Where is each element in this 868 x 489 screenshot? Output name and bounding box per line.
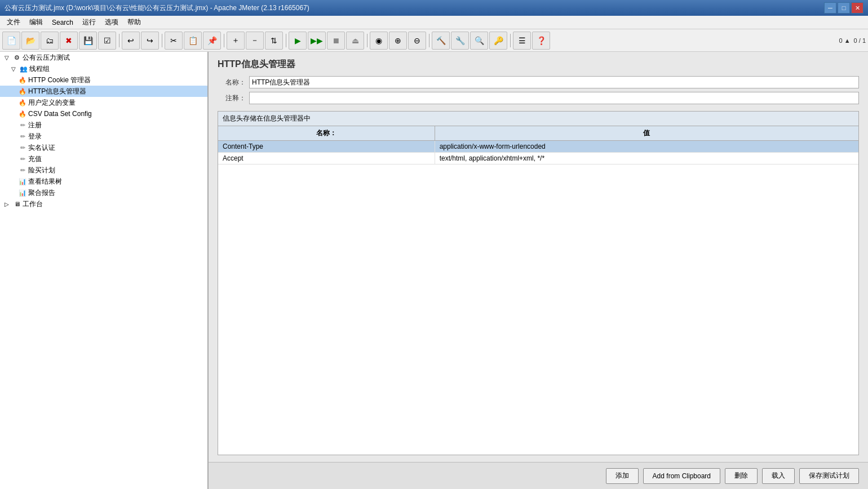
minimize-button[interactable]: ─ bbox=[824, 2, 836, 14]
bottom-bar: 添加 Add from Clipboard 删除 载入 保存测试计划 bbox=[209, 462, 868, 489]
menu-options[interactable]: 选项 bbox=[100, 16, 123, 29]
tree-node-recharge[interactable]: ✏ 充值 bbox=[0, 153, 207, 165]
menu-run[interactable]: 运行 bbox=[78, 16, 100, 29]
tree-node-http-cookie[interactable]: 🔥 HTTP Cookie 管理器 bbox=[0, 74, 207, 86]
tree-label-agg: 聚合报告 bbox=[28, 188, 55, 198]
menu-file[interactable]: 文件 bbox=[2, 16, 25, 29]
comment-label: 注释： bbox=[218, 94, 246, 103]
name-label: 名称： bbox=[218, 78, 246, 87]
recharge-icon: ✏ bbox=[18, 154, 27, 163]
toolbar-remove[interactable]: － bbox=[246, 32, 264, 50]
toolbar-stop-all[interactable]: ⏏ bbox=[346, 32, 364, 50]
tree-node-thread-group[interactable]: ▽ 👥 线程组 bbox=[0, 63, 207, 74]
col-header-name: 名称： bbox=[218, 126, 435, 140]
toolbar-add[interactable]: ＋ bbox=[227, 32, 245, 50]
agg-icon: 📊 bbox=[18, 188, 27, 197]
tree-node-auth[interactable]: ✏ 实名认证 bbox=[0, 142, 207, 153]
toolbar-run[interactable]: ▶ bbox=[289, 32, 307, 50]
add-clipboard-button[interactable]: Add from Clipboard bbox=[643, 468, 720, 484]
tree-label-header: HTTP信息头管理器 bbox=[28, 87, 86, 96]
toolbar-save[interactable]: 💾 bbox=[79, 32, 97, 50]
toolbar-error[interactable]: ✖ bbox=[60, 32, 78, 50]
result-icon: 📊 bbox=[18, 177, 27, 186]
delete-button[interactable]: 删除 bbox=[725, 468, 758, 484]
tree-label-uservars: 用户定义的变量 bbox=[28, 98, 76, 108]
toolbar-cut[interactable]: ✂ bbox=[165, 32, 183, 50]
tree-label-cookie: HTTP Cookie 管理器 bbox=[28, 75, 91, 85]
row1-name: Content-Type bbox=[218, 141, 435, 152]
uservars-icon: 🔥 bbox=[18, 98, 27, 107]
tree-label-thread: 线程组 bbox=[29, 64, 50, 74]
name-field-row: 名称： bbox=[218, 76, 859, 88]
tree-node-view-result[interactable]: 📊 查看结果树 bbox=[0, 176, 207, 187]
expand-icon-workbench: ▷ bbox=[2, 199, 11, 208]
tree-label-root: 公有云压力测试 bbox=[23, 53, 70, 63]
toolbar-tool2[interactable]: 🔧 bbox=[451, 32, 469, 50]
panel-content: HTTP信息头管理器 名称： 注释： 信息头存储在信息头管理器中 名称： 值 bbox=[209, 52, 868, 462]
save-test-button[interactable]: 保存测试计划 bbox=[799, 468, 859, 484]
window-controls: ─ □ ✕ bbox=[824, 2, 863, 14]
menu-help[interactable]: 帮助 bbox=[123, 16, 145, 29]
toolbar-tool1[interactable]: 🔨 bbox=[432, 32, 450, 50]
close-button[interactable]: ✕ bbox=[851, 2, 863, 14]
toolbar-run-all[interactable]: ▶▶ bbox=[308, 32, 326, 50]
toolbar-paste[interactable]: 📌 bbox=[203, 32, 221, 50]
expand-icon-thread: ▽ bbox=[9, 64, 18, 73]
maximize-button[interactable]: □ bbox=[838, 2, 850, 14]
table-body: Content-Type application/x-www-form-urle… bbox=[218, 141, 858, 455]
menu-search[interactable]: Search bbox=[47, 16, 78, 29]
tree-node-csv[interactable]: 🔥 CSV Data Set Config bbox=[0, 108, 207, 119]
toolbar-expand[interactable]: ⊕ bbox=[389, 32, 407, 50]
tree-node-user-vars[interactable]: 🔥 用户定义的变量 bbox=[0, 97, 207, 108]
table-row[interactable]: Content-Type application/x-www-form-urle… bbox=[218, 141, 858, 153]
tree-label-register: 注册 bbox=[28, 121, 42, 130]
toolbar-list[interactable]: ☰ bbox=[513, 32, 531, 50]
title-bar: 公有云压力测试.jmx (D:\work\项目\公有云\性能\公有云压力测试.j… bbox=[0, 0, 868, 16]
menu-edit[interactable]: 编辑 bbox=[25, 16, 47, 29]
toolbar-copy[interactable]: 📋 bbox=[184, 32, 202, 50]
table-row[interactable]: Accept text/html, application/xhtml+xml,… bbox=[218, 153, 858, 165]
toolbar-help[interactable]: ❓ bbox=[532, 32, 550, 50]
warning-count: 0 ▲ bbox=[839, 37, 851, 44]
toolbar-redo[interactable]: ↪ bbox=[141, 32, 159, 50]
left-panel: ▽ ⚙ 公有云压力测试 ▽ 👥 线程组 🔥 HTTP Cookie 管理器 🔥 … bbox=[0, 52, 209, 489]
window-title: 公有云压力测试.jmx (D:\work\项目\公有云\性能\公有云压力测试.j… bbox=[5, 3, 824, 13]
row2-value: text/html, application/xhtml+xml, */* bbox=[435, 153, 858, 164]
row2-name: Accept bbox=[218, 153, 435, 164]
toolbar-collapse[interactable]: ⊖ bbox=[408, 32, 426, 50]
login-icon: ✏ bbox=[18, 132, 27, 141]
row1-value: application/x-www-form-urlencoded bbox=[435, 141, 858, 152]
table-section-title: 信息头存储在信息头管理器中 bbox=[218, 112, 858, 126]
toolbar: 📄 📂 🗂 ✖ 💾 ☑ ↩ ↪ ✂ 📋 📌 ＋ － ⇅ ▶ ▶▶ ⏹ ⏏ ◉ ⊕… bbox=[0, 29, 868, 52]
name-input[interactable] bbox=[249, 76, 859, 88]
workbench-icon: 🖥 bbox=[12, 199, 21, 208]
tree-node-workbench[interactable]: ▷ 🖥 工作台 bbox=[0, 198, 207, 210]
tree-node-http-header[interactable]: 🔥 HTTP信息头管理器 bbox=[0, 86, 207, 97]
toolbar-new[interactable]: 📄 bbox=[2, 32, 20, 50]
tree-label-auth: 实名认证 bbox=[28, 143, 55, 153]
toolbar-open[interactable]: 📂 bbox=[21, 32, 39, 50]
toolbar-search[interactable]: 🔍 bbox=[470, 32, 488, 50]
add-button[interactable]: 添加 bbox=[606, 468, 639, 484]
toolbar-check[interactable]: ☑ bbox=[98, 32, 116, 50]
tree-label-workbench: 工作台 bbox=[23, 199, 43, 209]
cookie-icon: 🔥 bbox=[18, 75, 27, 85]
right-panel: HTTP信息头管理器 名称： 注释： 信息头存储在信息头管理器中 名称： 值 bbox=[209, 52, 868, 489]
tree-label-csv: CSV Data Set Config bbox=[28, 110, 92, 118]
comment-input[interactable] bbox=[249, 92, 859, 104]
toolbar-enable[interactable]: ◉ bbox=[370, 32, 388, 50]
load-button[interactable]: 载入 bbox=[762, 468, 795, 484]
tree-node-root[interactable]: ▽ ⚙ 公有云压力测试 bbox=[0, 52, 207, 63]
toolbar-undo[interactable]: ↩ bbox=[122, 32, 140, 50]
toolbar-save-template[interactable]: 🗂 bbox=[41, 32, 59, 50]
toolbar-move[interactable]: ⇅ bbox=[265, 32, 283, 50]
tree-node-agg-report[interactable]: 📊 聚合报告 bbox=[0, 187, 207, 198]
tree-label-login: 登录 bbox=[28, 132, 42, 141]
register-icon: ✏ bbox=[18, 121, 27, 130]
toolbar-key[interactable]: 🔑 bbox=[489, 32, 507, 50]
panel-title: HTTP信息头管理器 bbox=[218, 59, 859, 70]
tree-node-register[interactable]: ✏ 注册 bbox=[0, 119, 207, 131]
tree-node-insurance[interactable]: ✏ 险买计划 bbox=[0, 165, 207, 176]
tree-node-login[interactable]: ✏ 登录 bbox=[0, 131, 207, 142]
toolbar-stop[interactable]: ⏹ bbox=[327, 32, 345, 50]
